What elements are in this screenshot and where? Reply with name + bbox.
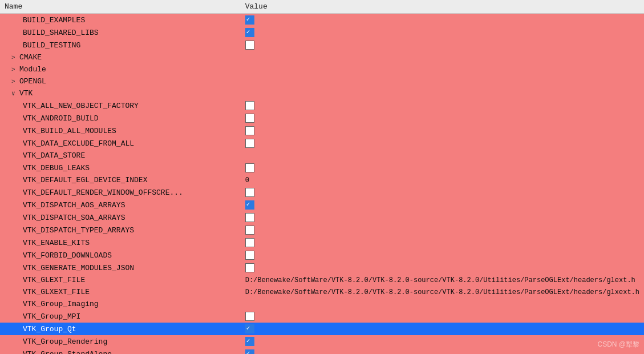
table-header-row: Name Value [0,0,644,14]
table-row[interactable]: VTK_Group_Rendering [0,335,644,348]
checkbox-control[interactable] [245,41,254,50]
checkbox-control[interactable] [245,163,254,172]
row-value-cell[interactable] [241,51,644,63]
table-row[interactable]: VTK_DISPATCH_TYPED_ARRAYS [0,224,644,236]
table-row[interactable]: VTK_Group_StandAlone [0,348,644,354]
checkbox-control[interactable] [245,312,254,321]
checkbox-control[interactable] [245,238,254,247]
row-value-cell[interactable]: 0 [241,174,644,186]
table-row[interactable]: VTK_DISPATCH_SOA_ARRAYS [0,211,644,224]
row-value-cell[interactable] [241,249,644,262]
expand-icon[interactable]: ∨ [11,90,18,97]
row-name-cell: >OPENGL [0,75,241,87]
row-name-cell: VTK_DEFAULT_RENDER_WINDOW_OFFSCRE... [0,186,241,199]
row-value-cell[interactable] [241,99,644,112]
row-value-cell[interactable] [241,211,644,224]
row-name-cell: VTK_DISPATCH_AOS_ARRAYS [0,199,241,211]
table-row[interactable]: BUILD_SHARED_LIBS [0,26,644,39]
checkbox-control[interactable] [245,349,254,354]
table-row[interactable]: VTK_DATA_EXCLUDE_FROM_ALL [0,137,644,150]
row-value-cell[interactable] [241,39,644,51]
value-text: 0 [245,176,249,184]
row-name-cell: >Module [0,63,241,75]
table-row[interactable]: VTK_ENABLE_KITS [0,236,644,249]
row-value-cell[interactable] [241,87,644,99]
checkbox-control[interactable] [245,213,254,222]
checkbox-control[interactable] [245,200,254,210]
checkbox-control[interactable] [245,226,254,235]
row-value-cell[interactable] [241,14,644,27]
row-name-cell: VTK_FORBID_DOWNLOADS [0,249,241,262]
value-text: D:/Benewake/SoftWare/VTK-8.2.0/VTK-8.2.0… [245,288,639,296]
table-row[interactable]: VTK_Group_Qt [0,323,644,335]
row-name-cell: VTK_Group_Rendering [0,335,241,348]
checkbox-control[interactable] [245,324,254,333]
row-value-cell[interactable]: D:/Benewake/SoftWare/VTK-8.2.0/VTK-8.2.0… [241,286,644,298]
checkbox-control[interactable] [245,188,254,197]
row-value-cell[interactable] [241,137,644,150]
row-name-cell: VTK_GLEXT_FILE [0,274,241,286]
checkbox-control[interactable] [245,126,254,135]
table-row[interactable]: VTK_DISPATCH_AOS_ARRAYS [0,199,644,211]
row-value-cell[interactable]: D:/Benewake/SoftWare/VTK-8.2.0/VTK-8.2.0… [241,274,644,286]
row-value-cell[interactable] [241,63,644,75]
table-row[interactable]: VTK_GENERATE_MODULES_JSON [0,262,644,274]
checkbox-control[interactable] [245,15,254,25]
table-row[interactable]: VTK_DEFAULT_RENDER_WINDOW_OFFSCRE... [0,186,644,199]
row-value-cell[interactable] [241,323,644,335]
row-name-cell: VTK_Group_StandAlone [0,348,241,354]
row-value-cell[interactable] [241,186,644,199]
expand-icon[interactable]: > [11,54,18,61]
row-value-cell[interactable] [241,335,644,348]
table-row[interactable]: >OPENGL [0,75,644,87]
row-name-cell: VTK_Group_MPI [0,310,241,323]
row-name-cell: VTK_ENABLE_KITS [0,236,241,249]
table-row[interactable]: >Module [0,63,644,75]
table-row[interactable]: VTK_Group_MPI [0,310,644,323]
table-row[interactable]: VTK_GLEXT_FILED:/Benewake/SoftWare/VTK-8… [0,274,644,286]
row-value-cell[interactable] [241,199,644,211]
table-row[interactable]: VTK_DEFAULT_EGL_DEVICE_INDEX0 [0,174,644,186]
row-value-cell[interactable] [241,224,644,236]
row-value-cell[interactable] [241,150,644,162]
table-row[interactable]: VTK_ANDROID_BUILD [0,112,644,124]
row-value-cell[interactable] [241,298,644,310]
checkbox-control[interactable] [245,139,254,148]
row-value-cell[interactable] [241,348,644,354]
row-value-cell[interactable] [241,236,644,249]
table-row[interactable]: BUILD_TESTING [0,39,644,51]
table-row[interactable]: ∨VTK [0,87,644,99]
watermark-text: CSDN @犁黎 [597,340,639,349]
expand-icon[interactable]: > [11,78,18,85]
checkbox-control[interactable] [245,263,254,272]
table-row[interactable]: VTK_ALL_NEW_OBJECT_FACTORY [0,99,644,112]
table-row[interactable]: VTK_DATA_STORE [0,150,644,162]
checkbox-control[interactable] [245,28,254,37]
table-row[interactable]: VTK_Group_Imaging [0,298,644,310]
checkbox-control[interactable] [245,251,254,260]
row-name-cell: VTK_Group_Imaging [0,298,241,310]
expand-icon[interactable]: > [11,66,18,73]
row-value-cell[interactable] [241,162,644,174]
row-value-cell[interactable] [241,26,644,39]
row-name-cell: VTK_DATA_EXCLUDE_FROM_ALL [0,137,241,150]
value-text: D:/Benewake/SoftWare/VTK-8.2.0/VTK-8.2.0… [245,276,635,284]
row-name-cell: VTK_DISPATCH_TYPED_ARRAYS [0,224,241,236]
checkbox-control[interactable] [245,101,254,110]
row-value-cell[interactable] [241,75,644,87]
table-row[interactable]: VTK_DEBUG_LEAKS [0,162,644,174]
row-value-cell[interactable] [241,124,644,137]
table-row[interactable]: BUILD_EXAMPLES [0,14,644,27]
table-row[interactable]: VTK_BUILD_ALL_MODULES [0,124,644,137]
row-name-cell: BUILD_TESTING [0,39,241,51]
table-row[interactable]: VTK_GLXEXT_FILED:/Benewake/SoftWare/VTK-… [0,286,644,298]
main-table-container[interactable]: Name Value BUILD_EXAMPLESBUILD_SHARED_LI… [0,0,644,354]
col-header-name: Name [0,0,241,14]
checkbox-control[interactable] [245,114,254,123]
row-value-cell[interactable] [241,262,644,274]
table-row[interactable]: VTK_FORBID_DOWNLOADS [0,249,644,262]
checkbox-control[interactable] [245,337,254,346]
table-row[interactable]: >CMAKE [0,51,644,63]
row-value-cell[interactable] [241,112,644,124]
row-value-cell[interactable] [241,310,644,323]
